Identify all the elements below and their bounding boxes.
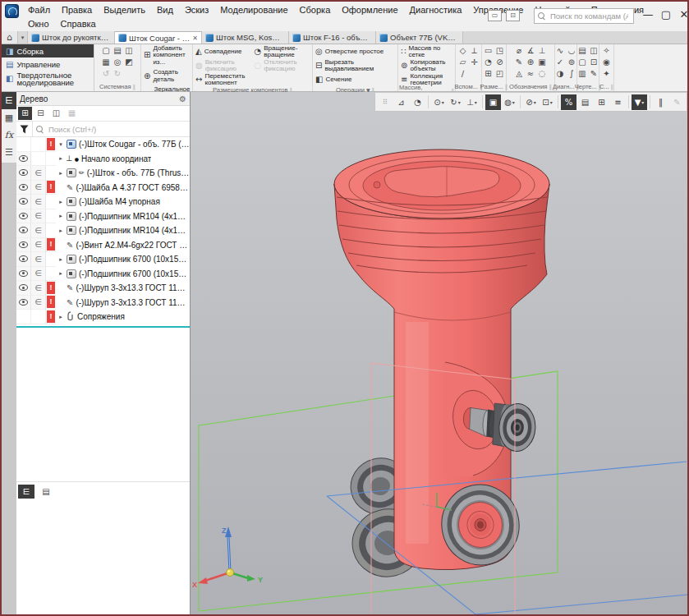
eye-icon[interactable]: [19, 169, 28, 176]
visibility-cell[interactable]: [16, 152, 31, 167]
menu-item-row2-0[interactable]: Окно: [23, 17, 54, 30]
tree-row-10[interactable]: ∈!✎(-)Шуруп 3-3x13.3 ГОСТ 1145-80 (1): [16, 281, 190, 296]
dropdown-arrow-icon[interactable]: ▾: [641, 99, 644, 105]
tree-item-content[interactable]: ▸⟂●Начало координат: [56, 152, 190, 167]
minimize-button[interactable]: —: [639, 8, 657, 21]
note-frame-icon[interactable]: ▣: [536, 57, 548, 68]
zoom-tool-icon[interactable]: ⊙▾: [431, 94, 447, 110]
draw-views-icon[interactable]: ◫: [588, 45, 599, 57]
tree-flat-view-icon[interactable]: ⊟: [34, 107, 48, 120]
quick-lines-icon[interactable]: %: [561, 94, 576, 110]
app-logo-icon[interactable]: [5, 4, 19, 18]
visibility-cell[interactable]: [16, 195, 31, 209]
link-cell[interactable]: ∈: [31, 181, 46, 195]
preview-icon[interactable]: ◎: [112, 57, 123, 68]
tree-row-7[interactable]: ∈!✎(-)Винт А2.М4-6gx22 ГОСТ 17475-80: [16, 238, 190, 253]
open-document-icon[interactable]: ▤: [112, 45, 123, 57]
document-tab-4[interactable]: Объект 77Б (VKB Gla...: [376, 31, 463, 44]
add-component-button[interactable]: ⊞Добавить компонент из...: [142, 45, 191, 66]
dropdown-arrow-icon[interactable]: ▾: [534, 99, 536, 105]
eye-icon[interactable]: [19, 270, 28, 277]
wireframe-mode-icon[interactable]: ◍▾: [502, 94, 517, 110]
visibility-cell[interactable]: [16, 281, 31, 296]
draw-new-icon[interactable]: ▢: [576, 57, 588, 68]
save-icon[interactable]: ◫: [123, 45, 135, 57]
measure-columns-icon[interactable]: ‖: [653, 94, 668, 110]
note-leader-icon[interactable]: ⌀: [513, 45, 525, 57]
draw-board-icon[interactable]: ⊡: [588, 57, 599, 68]
tree-search-box[interactable]: [33, 124, 190, 135]
visibility-cell[interactable]: [16, 137, 31, 152]
visibility-cell[interactable]: [16, 209, 31, 224]
dropdown-arrow-icon[interactable]: ▾: [550, 99, 553, 105]
display-mode-icon[interactable]: ▣: [485, 94, 501, 110]
visibility-cell[interactable]: [16, 252, 31, 267]
expand-arrow-icon[interactable]: ▸: [57, 213, 64, 219]
tree-row-9[interactable]: ∈▸(-)Подшипник 6700 (10x15x4мм) (2): [16, 267, 190, 282]
expand-arrow-icon[interactable]: ▸: [57, 199, 64, 205]
link-cell[interactable]: [31, 152, 46, 167]
toolbar-drag-handle[interactable]: ⠿: [377, 94, 393, 110]
document-tab-1[interactable]: Шток Cougar - объ....✕: [115, 31, 202, 44]
link-cell[interactable]: ∈: [31, 238, 46, 253]
dropdown-arrow-icon[interactable]: ▾: [512, 99, 515, 105]
tree-row-0[interactable]: !▾(-)Шток Cougar - объ. 77Б (Thrustmas: [16, 137, 190, 152]
copy-objects-button[interactable]: ⊚Копировать объекты: [399, 59, 454, 73]
menu-item-4[interactable]: Эскиз: [180, 3, 214, 16]
menu-item-0[interactable]: Файл: [23, 3, 55, 16]
document-tab-3[interactable]: Шток F-16 - объект...: [289, 31, 376, 44]
aux-line-icon[interactable]: ∕: [457, 68, 469, 80]
draw-pen-icon[interactable]: ✎: [588, 68, 599, 80]
expand-arrow-icon[interactable]: ▸: [57, 256, 64, 263]
menu-item-1[interactable]: Правка: [57, 3, 97, 16]
dim-diameter-icon[interactable]: ⊘: [494, 57, 506, 68]
command-search-input[interactable]: [549, 11, 630, 21]
tree-panel-icon[interactable]: ⋿: [2, 92, 16, 109]
parameters-panel-icon[interactable]: ▦: [2, 109, 16, 126]
note-target-icon[interactable]: ⊕: [525, 57, 536, 68]
link-cell[interactable]: ∈: [31, 166, 46, 181]
new-document-icon[interactable]: ▢: [100, 45, 112, 57]
scene-layers-icon[interactable]: ≡: [610, 94, 626, 110]
tree-row-2[interactable]: ∈▸✎(-)Шток - объ. 77Б (Thrustmaster Co: [16, 166, 190, 181]
spec-object-icon[interactable]: ◉: [601, 57, 613, 68]
tree-search-input[interactable]: [47, 124, 186, 135]
tree-components-view-icon[interactable]: ◫: [49, 107, 63, 120]
create-part-button[interactable]: ⊕Создать деталь: [142, 66, 191, 86]
visibility-cell[interactable]: [16, 267, 31, 282]
menu-item-6[interactable]: Сборка: [295, 3, 336, 16]
tree-row-4[interactable]: ∈▸(-)Шайба М4 упорная: [16, 195, 190, 209]
diag-measure-icon[interactable]: ⊚: [566, 57, 577, 68]
visibility-cell[interactable]: [16, 223, 31, 238]
tree-row-12[interactable]: !▸Сопряжения: [16, 310, 190, 324]
expand-arrow-icon[interactable]: ▸: [57, 314, 64, 320]
viewport-3d[interactable]: Z X Y ⠿⊿◔⊙▾↻▾⊥▾▣◍▾⊘▾⊡▾%▤⊞≡▼▾‖✎: [191, 92, 687, 614]
orbit-tool-icon[interactable]: ↻▾: [448, 94, 463, 110]
tree-item-content[interactable]: ▾(-)Шток Cougar - объ. 77Б (Thrustmas: [56, 137, 190, 152]
dropdown-arrow-icon[interactable]: ▾: [458, 99, 461, 105]
tree-item-content[interactable]: ▸(-)Подшипник MR104 (4x10x4мм) (2: [56, 223, 190, 238]
eye-icon[interactable]: [19, 284, 28, 291]
spec-star-icon[interactable]: ✧: [601, 45, 613, 57]
tree-item-content[interactable]: ✎(-)Винт А2.М4-6gx22 ГОСТ 17475-80: [56, 238, 190, 253]
eye-icon[interactable]: [19, 241, 28, 248]
home-tab-dropdown-icon[interactable]: ▾: [18, 31, 28, 44]
document-tab-0[interactable]: Шток до рукоятки -...: [28, 31, 115, 44]
variables-panel-icon[interactable]: fx: [2, 126, 16, 144]
tree-selection-box-icon[interactable]: ▦: [65, 107, 79, 120]
dropdown-arrow-icon[interactable]: ▾: [442, 99, 444, 105]
draw-sheet-icon[interactable]: ▤: [576, 45, 588, 57]
tree-filter-funnel-icon[interactable]: [16, 122, 33, 137]
eye-icon[interactable]: [19, 299, 28, 306]
single-window-icon[interactable]: ▭: [488, 10, 502, 21]
note-wave-icon[interactable]: ≈: [525, 68, 536, 80]
link-cell[interactable]: ∈: [31, 223, 46, 238]
tree-item-content[interactable]: ✎(-)Шуруп 3-3x13.3 ГОСТ 1145-80 (1): [56, 281, 190, 296]
panel-menu-icon[interactable]: ☰: [2, 144, 16, 161]
tree-row-3[interactable]: ∈!✎(-)Шайба А 4.37 ГОСТ 6958-78: [16, 181, 190, 195]
dim-shell-icon[interactable]: ◰: [494, 68, 506, 80]
eye-icon[interactable]: [19, 213, 28, 219]
command-search-box[interactable]: [534, 8, 634, 24]
eye-icon[interactable]: [19, 255, 28, 262]
orientation-icon[interactable]: ⊥▾: [464, 94, 480, 110]
